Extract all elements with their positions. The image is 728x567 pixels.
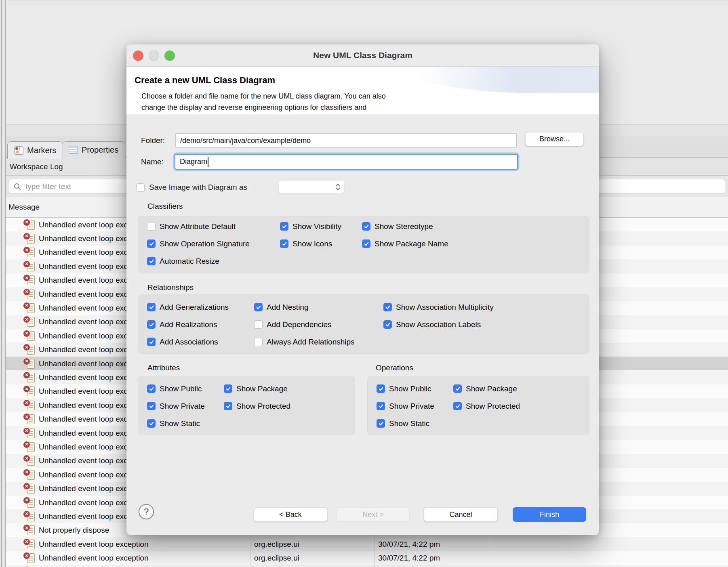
checkbox-add-dependencies[interactable]: Add Dependencies xyxy=(254,320,383,329)
checkbox-always-add-relationships[interactable]: Always Add Relationships xyxy=(254,338,383,346)
checkbox-add-associations[interactable]: Add Associations xyxy=(147,338,254,346)
image-format-select[interactable] xyxy=(279,180,344,194)
checkbox-label: Show Protected xyxy=(466,402,520,411)
tab-properties[interactable]: Properties xyxy=(62,141,125,158)
checkbox-show-public[interactable]: Show Public xyxy=(147,384,224,393)
checkbox-show-package-name[interactable]: Show Package Name xyxy=(362,239,582,248)
cancel-button[interactable]: Cancel xyxy=(424,507,498,522)
browse-button[interactable]: Browse... xyxy=(525,132,584,146)
checkbox-box xyxy=(280,239,288,248)
checkbox-label: Show Package xyxy=(236,384,288,393)
checkbox-show-operation-signature[interactable]: Show Operation Signature xyxy=(147,239,280,248)
error-log-icon: ✕ xyxy=(24,358,36,370)
search-icon xyxy=(13,183,21,191)
checkbox-show-association-multiplicity[interactable]: Show Association Multiplicity xyxy=(383,303,582,312)
log-date: 30/07/21, 4:22 pm xyxy=(378,540,440,549)
checkbox-show-protected[interactable]: Show Protected xyxy=(224,402,347,411)
checkbox-automatic-resize[interactable]: Automatic Resize xyxy=(147,257,280,266)
checkbox-show-package[interactable]: Show Package xyxy=(224,384,347,393)
checkbox-show-association-labels[interactable]: Show Association Labels xyxy=(383,320,582,329)
error-log-icon: ✕ xyxy=(24,455,36,466)
tab-markers[interactable]: Markers xyxy=(7,141,63,159)
checkbox-box xyxy=(147,419,156,428)
checkbox-show-attribute-default[interactable]: Show Attribute Default xyxy=(147,222,280,231)
checkbox-box xyxy=(136,183,145,192)
checkbox-box xyxy=(453,402,462,410)
checkbox-show-private[interactable]: Show Private xyxy=(147,402,224,411)
back-button[interactable]: < Back xyxy=(254,507,327,522)
checkbox-label: Show Static xyxy=(160,419,200,428)
window-left-border xyxy=(1,0,2,567)
checkbox-show-package[interactable]: Show Package xyxy=(453,384,582,393)
checkbox-box xyxy=(383,303,392,311)
checkbox-box xyxy=(280,222,288,231)
tab-markers-label: Markers xyxy=(27,146,56,155)
close-button[interactable] xyxy=(133,50,143,61)
save-image-checkbox[interactable]: Save Image with Diagram as xyxy=(136,180,247,195)
next-button[interactable]: Next > xyxy=(337,507,410,522)
checkbox-show-static[interactable]: Show Static xyxy=(377,419,453,428)
checkbox-label: Show Visibility xyxy=(292,222,341,231)
checkbox-box xyxy=(254,338,263,346)
log-row[interactable]: ✕Unhandled event loop exceptionorg.eclip… xyxy=(6,537,728,551)
minimize-button[interactable] xyxy=(149,50,159,61)
dialog-titlebar[interactable]: New UML Class Diagram xyxy=(126,44,599,67)
checkbox-show-private[interactable]: Show Private xyxy=(377,402,453,411)
error-log-icon: ✕ xyxy=(24,219,36,231)
filter-placeholder: type filter text xyxy=(25,182,71,191)
checkbox-label: Show Public xyxy=(389,384,431,393)
dialog-title: New UML Class Diagram xyxy=(313,50,412,60)
error-log-icon: ✕ xyxy=(24,552,36,564)
checkbox-show-icons[interactable]: Show Icons xyxy=(280,239,362,248)
checkbox-show-stereotype[interactable]: Show Stereotype xyxy=(362,222,582,231)
checkbox-label: Show Public xyxy=(160,384,202,393)
attributes-section-label: Attributes xyxy=(147,363,180,372)
help-button[interactable]: ? xyxy=(139,504,154,519)
checkbox-box xyxy=(377,384,385,393)
log-row[interactable]: ✕Unhandled event loop exceptionorg.eclip… xyxy=(6,565,728,567)
wizard-heading: Create a new UML Class Diagram xyxy=(135,75,275,86)
checkbox-label: Show Package Name xyxy=(375,239,448,248)
name-label: Name: xyxy=(141,158,164,166)
checkbox-show-static[interactable]: Show Static xyxy=(147,419,224,428)
error-log-icon: ✕ xyxy=(24,330,36,342)
attributes-group: Show PublicShow PackageShow PrivateShow … xyxy=(138,376,355,435)
new-uml-class-diagram-dialog: New UML Class Diagram Create a new UML C… xyxy=(126,44,599,535)
checkbox-label: Add Generalizations xyxy=(160,303,229,312)
checkbox-label: Show Protected xyxy=(236,402,290,411)
error-log-icon: ✕ xyxy=(24,386,36,397)
error-log-icon: ✕ xyxy=(24,483,36,494)
checkbox-add-generalizations[interactable]: Add Generalizations xyxy=(147,303,254,312)
folder-field[interactable]: /demo/src/main/java/com/example/demo xyxy=(175,133,517,148)
wizard-header: Create a new UML Class Diagram Choose a … xyxy=(126,67,599,114)
error-log-icon: ✕ xyxy=(24,497,36,508)
checkbox-show-protected[interactable]: Show Protected xyxy=(453,402,582,411)
checkbox-add-nesting[interactable]: Add Nesting xyxy=(254,303,383,312)
relationships-section-label: Relationships xyxy=(147,283,194,292)
checkbox-label: Show Icons xyxy=(292,239,332,248)
checkbox-show-public[interactable]: Show Public xyxy=(377,384,453,393)
log-row[interactable]: ✕Unhandled event loop exceptionorg.eclip… xyxy=(6,551,728,565)
checkbox-box xyxy=(147,303,156,311)
error-log-icon: ✕ xyxy=(24,289,36,300)
checkbox-box xyxy=(224,384,232,393)
tab-properties-label: Properties xyxy=(82,145,118,155)
error-log-icon: ✕ xyxy=(24,302,36,314)
checkbox-show-visibility[interactable]: Show Visibility xyxy=(280,222,362,231)
folder-label: Folder: xyxy=(141,136,165,145)
checkbox-box xyxy=(147,338,156,346)
finish-button[interactable]: Finish xyxy=(513,507,586,522)
error-log-icon: ✕ xyxy=(24,441,36,453)
checkbox-label: Show Stereotype xyxy=(375,222,433,231)
checkbox-box xyxy=(224,402,232,410)
error-log-icon: ✕ xyxy=(24,539,36,550)
error-log-icon: ✕ xyxy=(24,428,36,439)
checkbox-add-realizations[interactable]: Add Realizations xyxy=(147,320,254,329)
checkbox-box xyxy=(254,320,263,329)
zoom-button[interactable] xyxy=(164,50,175,61)
error-log-icon: ✕ xyxy=(24,233,36,244)
stepper-chevrons-icon xyxy=(335,183,341,191)
checkbox-box xyxy=(377,419,385,428)
name-field[interactable]: Diagram xyxy=(175,154,518,170)
error-log-icon: ✕ xyxy=(24,372,36,383)
